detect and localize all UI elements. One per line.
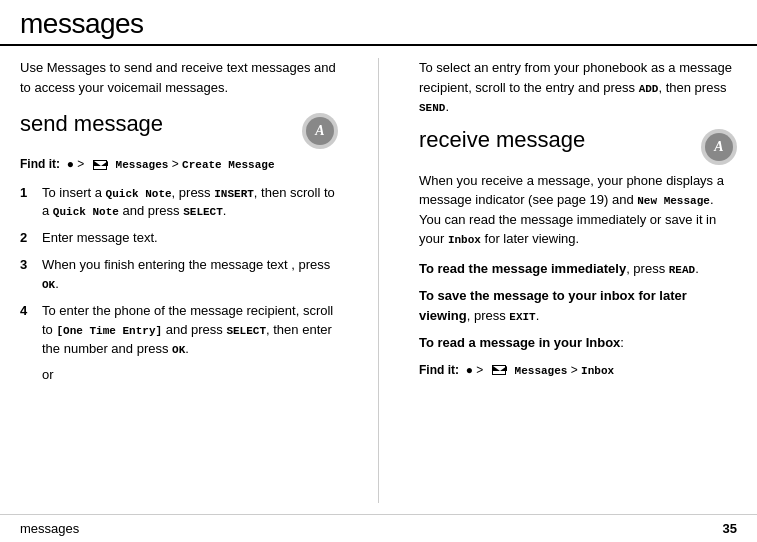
steps-list: 1 To insert a Quick Note, press INSERT, …	[20, 184, 338, 359]
send-icon-letter: A	[306, 117, 334, 145]
or-text: or	[42, 367, 338, 382]
step-2-text: Enter message text.	[42, 229, 338, 248]
left-column: Use Messages to send and receive text me…	[20, 58, 348, 503]
receive-message-section-header: receive message A	[419, 127, 737, 165]
send-message-icon: A	[302, 113, 338, 149]
step-2: 2 Enter message text.	[20, 229, 338, 248]
send-message-title: send message	[20, 111, 163, 137]
column-divider	[378, 58, 379, 503]
receive-body-text: When you receive a message, your phone d…	[419, 171, 737, 249]
find-it-label: Find it:	[20, 157, 60, 171]
page-title: messages	[20, 8, 737, 40]
receive-message-icon: A	[701, 129, 737, 165]
page-container: messages Use Messages to send and receiv…	[0, 0, 757, 542]
find-it2-label: Find it:	[419, 363, 459, 377]
receive-message-title: receive message	[419, 127, 585, 153]
step-3: 3 When you finish entering the message t…	[20, 256, 338, 294]
envelope-icon	[93, 160, 107, 170]
find-it2-path: Messages > Inbox	[515, 363, 615, 377]
instruction-read: To read the message immediately, press R…	[419, 259, 737, 279]
continuation-text: To select an entry from your phonebook a…	[419, 58, 737, 117]
instruction-save: To save the message to your inbox for la…	[419, 286, 737, 325]
main-content: Use Messages to send and receive text me…	[0, 46, 757, 503]
instruction-inbox: To read a message in your Inbox:	[419, 333, 737, 353]
footer-left-text: messages	[20, 521, 79, 536]
send-message-section-header: send message A	[20, 111, 338, 149]
find-it-send: Find it: ● > Messages > Create Message	[20, 155, 338, 174]
step-4: 4 To enter the phone of the message reci…	[20, 302, 338, 359]
footer-page-number: 35	[723, 521, 737, 536]
receive-icon-letter: A	[705, 133, 733, 161]
page-footer: messages 35	[0, 514, 757, 542]
step-1: 1 To insert a Quick Note, press INSERT, …	[20, 184, 338, 222]
page-header: messages	[0, 0, 757, 46]
right-column: To select an entry from your phonebook a…	[409, 58, 737, 503]
find-it-path: Messages > Create Message	[116, 157, 275, 171]
intro-text: Use Messages to send and receive text me…	[20, 58, 338, 97]
envelope-icon-2	[492, 365, 506, 375]
find-it-receive: Find it: ● > Messages > Inbox	[419, 361, 737, 380]
